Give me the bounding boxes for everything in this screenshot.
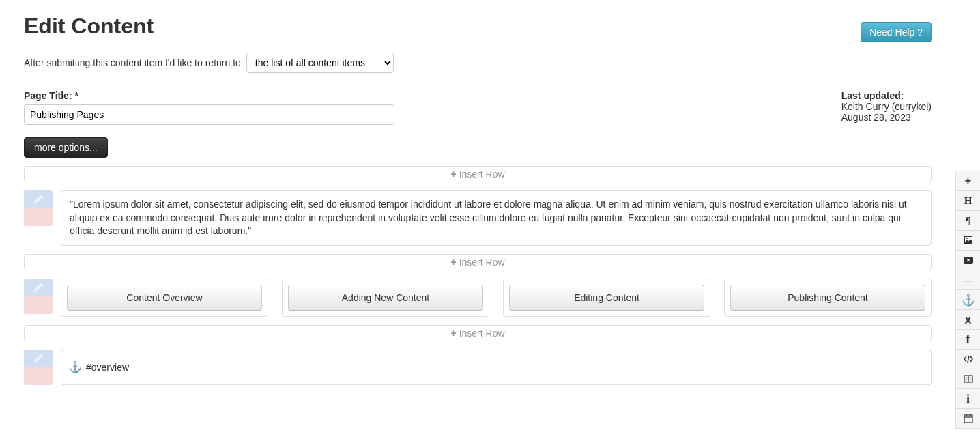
return-to-select[interactable]: the list of all content items — [246, 53, 394, 73]
page-heading: Edit Content — [24, 14, 932, 39]
insert-row-label: Insert Row — [459, 169, 505, 180]
plus-icon: + — [450, 169, 456, 180]
return-to-row: After submitting this content item I'd l… — [24, 53, 932, 73]
tool-video[interactable] — [956, 251, 980, 270]
insert-row-button[interactable]: +Insert Row — [24, 254, 932, 270]
anchor-icon: ⚓ — [68, 360, 82, 373]
plus-icon: + — [965, 175, 971, 187]
tool-x[interactable]: X — [956, 310, 980, 330]
tool-anchor[interactable]: ⚓ — [956, 290, 980, 310]
page-title-input[interactable] — [24, 104, 394, 125]
insert-row-label: Insert Row — [459, 328, 505, 339]
tools-sidebar: + H ¶ — ⚓ X f i — [955, 171, 980, 406]
plus-icon: + — [450, 257, 456, 268]
block-handle — [24, 190, 53, 246]
anchor-content[interactable]: ⚓ #overview — [61, 350, 932, 385]
last-updated-date: August 28, 2023 — [841, 112, 932, 123]
pencil-icon — [33, 354, 43, 363]
insert-row-label: Insert Row — [459, 257, 505, 268]
content-block-buttons: Content Overview Adding New Content Edit… — [24, 279, 932, 317]
insert-row-button[interactable]: +Insert Row — [24, 166, 932, 182]
youtube-icon — [963, 255, 974, 266]
block-delete-handle[interactable] — [24, 367, 53, 385]
insert-row-button[interactable]: +Insert Row — [24, 325, 932, 341]
last-updated-block: Last updated: Keith Curry (currykei) Aug… — [841, 90, 932, 123]
anchor-icon: ⚓ — [962, 294, 975, 307]
pencil-icon — [33, 283, 43, 292]
block-delete-handle[interactable] — [24, 208, 53, 226]
block-edit-handle[interactable] — [24, 190, 53, 208]
tool-paragraph[interactable]: ¶ — [956, 211, 980, 231]
paragraph-content[interactable]: "Lorem ipsum dolor sit amet, consectetur… — [61, 190, 932, 246]
code-icon — [963, 354, 974, 365]
tool-add[interactable]: + — [956, 171, 980, 191]
anchor-text: #overview — [86, 362, 129, 373]
content-overview-button[interactable]: Content Overview — [67, 285, 262, 311]
block-delete-handle[interactable] — [24, 296, 53, 314]
button-cell: Content Overview — [61, 279, 268, 317]
button-cell: Publishing Content — [724, 279, 932, 317]
tool-table[interactable] — [956, 369, 980, 389]
tool-image[interactable] — [956, 231, 980, 251]
publishing-content-button[interactable]: Publishing Content — [730, 285, 925, 311]
more-options-button[interactable]: more options... — [24, 137, 108, 158]
image-icon — [963, 235, 974, 246]
need-help-button[interactable]: Need Help ? — [861, 22, 932, 42]
last-updated-by: Keith Curry (currykei) — [841, 101, 932, 112]
last-updated-label: Last updated: — [841, 90, 932, 101]
tool-divider[interactable]: — — [956, 270, 980, 290]
block-edit-handle[interactable] — [24, 350, 53, 367]
table-icon — [963, 373, 974, 384]
block-edit-handle[interactable] — [24, 279, 53, 296]
plus-icon: + — [450, 328, 456, 339]
block-handle — [24, 350, 53, 385]
tool-code[interactable] — [956, 350, 980, 369]
pencil-icon — [33, 195, 43, 204]
button-cell: Editing Content — [503, 279, 710, 317]
info-icon: i — [966, 392, 970, 406]
tool-facebook[interactable]: f — [956, 330, 980, 350]
page-title-label: Page Title: * — [24, 90, 841, 101]
adding-new-content-button[interactable]: Adding New Content — [288, 285, 483, 311]
content-block-anchor: ⚓ #overview — [24, 350, 932, 385]
block-handle — [24, 279, 53, 317]
content-block-paragraph: "Lorem ipsum dolor sit amet, consectetur… — [24, 190, 932, 246]
return-to-label: After submitting this content item I'd l… — [24, 57, 241, 68]
tool-info[interactable]: i — [956, 389, 980, 406]
editing-content-button[interactable]: Editing Content — [509, 285, 704, 311]
tool-heading[interactable]: H — [956, 191, 980, 211]
button-cell: Adding New Content — [282, 279, 489, 317]
